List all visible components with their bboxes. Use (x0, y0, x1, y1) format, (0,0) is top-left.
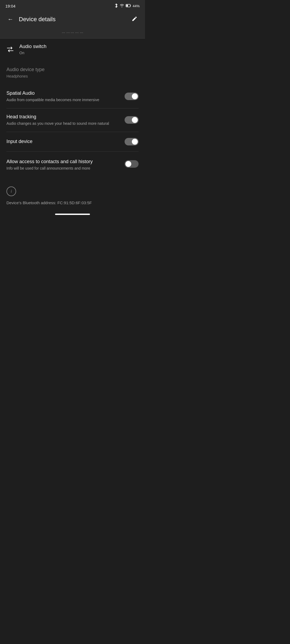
head-tracking-knob (132, 117, 138, 123)
spatial-audio-title: Spatial Audio (6, 90, 120, 96)
head-tracking-title: Head tracking (6, 114, 120, 120)
head-tracking-subtitle: Audio changes as you move your head to s… (6, 121, 120, 126)
audio-switch-title: Audio switch (19, 43, 139, 50)
input-device-title: Input device (6, 138, 120, 145)
bluetooth-icon (114, 3, 118, 9)
input-device-toggle[interactable] (125, 138, 139, 145)
allow-access-text: Allow access to contacts and call histor… (6, 159, 125, 171)
page-title: Device details (19, 16, 129, 23)
svg-rect-1 (126, 5, 128, 6)
status-bar: 19:04 44% (0, 0, 145, 11)
audio-switch-icon (6, 47, 14, 52)
input-device-row[interactable]: Input device (0, 132, 145, 151)
home-indicator (0, 209, 145, 218)
bluetooth-address: Device's Bluetooth address: FC:91:5D:6F:… (6, 200, 139, 205)
audio-switch-text: Audio switch On (19, 43, 139, 56)
status-time: 19:04 (5, 4, 16, 8)
content-area: Audio switch On Audio device type Headph… (0, 39, 145, 209)
info-icon: i (6, 186, 16, 196)
allow-access-title: Allow access to contacts and call histor… (6, 159, 120, 165)
input-device-knob (132, 139, 138, 145)
info-icon-label: i (11, 189, 12, 194)
head-tracking-row[interactable]: Head tracking Audio changes as you move … (0, 108, 145, 132)
input-device-text: Input device (6, 138, 125, 145)
top-bar: ← Device details (0, 11, 145, 28)
spatial-audio-toggle[interactable] (125, 93, 139, 100)
spatial-audio-knob (132, 93, 138, 99)
audio-device-type-label: Audio device type (6, 67, 139, 72)
audio-device-type-section: Audio device type Headphones (0, 60, 145, 85)
battery-percent: 44% (133, 4, 140, 8)
spatial-audio-subtitle: Audio from compatible media becomes more… (6, 97, 120, 103)
allow-access-subtitle: Info will be used for call announcements… (6, 166, 120, 171)
wifi-icon (120, 4, 124, 8)
head-tracking-toggle[interactable] (125, 116, 139, 124)
home-bar (55, 214, 90, 215)
battery-icon (126, 4, 131, 8)
partial-content: ⋯ ⋯ ⋯ ⋯ ⋯ (0, 28, 145, 39)
allow-access-row[interactable]: Allow access to contacts and call histor… (0, 152, 145, 178)
spatial-audio-row[interactable]: Spatial Audio Audio from compatible medi… (0, 85, 145, 108)
audio-device-type-value: Headphones (6, 74, 139, 78)
head-tracking-text: Head tracking Audio changes as you move … (6, 114, 125, 126)
allow-access-toggle[interactable] (125, 160, 139, 168)
audio-switch-item[interactable]: Audio switch On (0, 39, 145, 60)
spatial-audio-text: Spatial Audio Audio from compatible medi… (6, 90, 125, 103)
allow-access-knob (125, 161, 131, 167)
audio-switch-subtitle: On (19, 50, 139, 55)
back-button[interactable]: ← (5, 14, 16, 25)
edit-button[interactable] (129, 14, 140, 25)
partial-text: ⋯ ⋯ ⋯ ⋯ ⋯ (5, 31, 140, 35)
info-section: i Device's Bluetooth address: FC:91:5D:6… (0, 178, 145, 209)
status-icons: 44% (114, 3, 140, 9)
